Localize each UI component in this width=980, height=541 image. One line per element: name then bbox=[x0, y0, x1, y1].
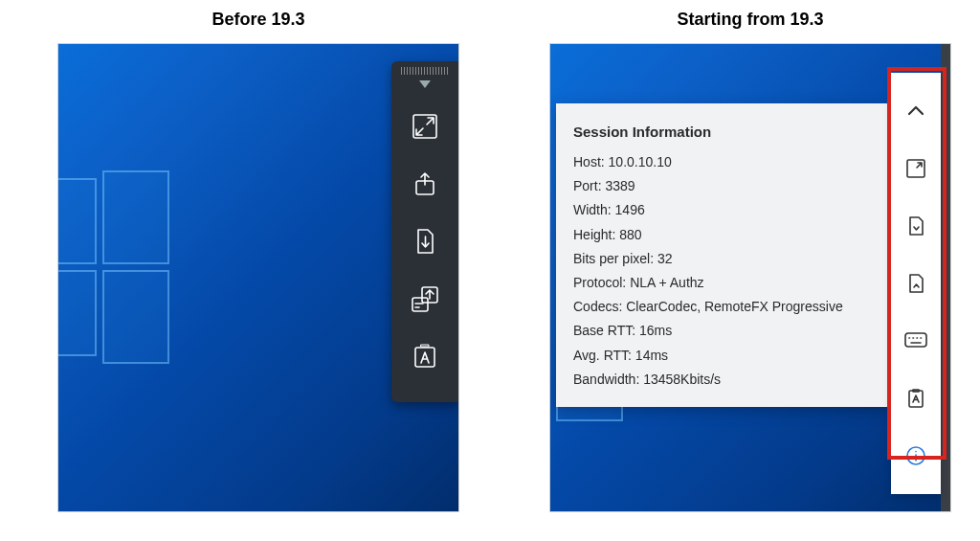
download-button[interactable] bbox=[406, 222, 444, 260]
fullscreen-button[interactable] bbox=[899, 151, 933, 186]
info-value: 14ms bbox=[635, 348, 668, 363]
upload-button[interactable] bbox=[899, 266, 933, 301]
info-value: ClearCodec, RemoteFX Progressive bbox=[626, 299, 842, 314]
info-icon bbox=[905, 445, 926, 466]
chevron-up-icon bbox=[905, 101, 926, 122]
info-value: 13458Kbits/s bbox=[643, 372, 721, 387]
download-button[interactable] bbox=[899, 209, 933, 243]
info-row: Height880 bbox=[573, 223, 874, 247]
svg-rect-7 bbox=[909, 391, 923, 407]
svg-rect-2 bbox=[412, 298, 428, 311]
windows-logo-icon bbox=[57, 178, 173, 370]
info-row: ProtocolNLA + Authz bbox=[573, 271, 874, 295]
info-value: NLA + Authz bbox=[630, 275, 703, 290]
paste-icon bbox=[409, 282, 441, 315]
text-input-button[interactable] bbox=[899, 381, 933, 416]
info-row: Port3389 bbox=[573, 174, 874, 198]
session-toolbar-old bbox=[391, 61, 458, 402]
info-row: Host10.0.10.10 bbox=[573, 150, 874, 174]
fullscreen-icon bbox=[411, 112, 439, 141]
session-toolbar-new bbox=[891, 73, 941, 494]
info-value: 10.0.10.10 bbox=[609, 154, 672, 169]
desktop-after: Session Information Host10.0.10.10 Port3… bbox=[549, 43, 951, 512]
info-label: Port bbox=[573, 178, 605, 193]
popup-title: Session Information bbox=[573, 119, 874, 145]
info-row: Avg. RTT14ms bbox=[573, 344, 874, 368]
session-info-popup: Session Information Host10.0.10.10 Port3… bbox=[556, 103, 891, 407]
window-edge bbox=[941, 44, 950, 511]
info-label: Codecs bbox=[573, 299, 626, 314]
svg-rect-4 bbox=[415, 348, 434, 367]
upload-button[interactable] bbox=[406, 165, 444, 203]
info-row: Bits per pixel32 bbox=[573, 247, 874, 271]
panel-before: Before 19.3 bbox=[57, 10, 459, 512]
info-label: Base RTT bbox=[573, 323, 639, 338]
info-label: Host bbox=[573, 154, 609, 169]
panel-after: Starting from 19.3 Session Information H… bbox=[549, 10, 951, 512]
panel-title-before: Before 19.3 bbox=[212, 10, 304, 30]
info-value: 1496 bbox=[615, 202, 645, 217]
file-up-icon bbox=[905, 273, 926, 294]
text-input-button[interactable] bbox=[406, 337, 444, 375]
session-info-button[interactable] bbox=[899, 439, 933, 473]
info-row: Bandwidth13458Kbits/s bbox=[573, 368, 874, 392]
info-value: 3389 bbox=[605, 178, 635, 193]
info-label: Bits per pixel bbox=[573, 251, 657, 266]
clipboard-text-icon bbox=[905, 388, 926, 409]
text-input-icon bbox=[411, 342, 439, 371]
info-row: CodecsClearCodec, RemoteFX Progressive bbox=[573, 295, 874, 319]
svg-rect-6 bbox=[905, 333, 926, 347]
info-value: 16ms bbox=[639, 323, 672, 338]
info-row: Base RTT16ms bbox=[573, 319, 874, 343]
collapse-down-icon[interactable] bbox=[419, 80, 431, 88]
info-label: Protocol bbox=[573, 275, 630, 290]
info-row: Width1496 bbox=[573, 198, 874, 222]
info-label: Avg. RTT bbox=[573, 348, 635, 363]
info-label: Bandwidth bbox=[573, 372, 643, 387]
upload-icon bbox=[411, 169, 439, 198]
file-down-icon bbox=[905, 215, 926, 237]
info-value: 880 bbox=[619, 227, 641, 242]
desktop-before bbox=[57, 43, 459, 512]
keyboard-icon bbox=[904, 332, 927, 349]
info-value: 32 bbox=[657, 251, 673, 266]
download-file-icon bbox=[411, 227, 439, 256]
drag-grip-icon[interactable] bbox=[401, 67, 449, 75]
collapse-button[interactable] bbox=[899, 94, 933, 128]
info-label: Width bbox=[573, 202, 615, 217]
paste-button[interactable] bbox=[406, 280, 444, 318]
fullscreen-button[interactable] bbox=[406, 107, 444, 146]
info-label: Height bbox=[573, 227, 619, 242]
panel-title-after: Starting from 19.3 bbox=[677, 10, 823, 30]
fullscreen-icon bbox=[905, 158, 926, 179]
keyboard-button[interactable] bbox=[899, 324, 933, 358]
